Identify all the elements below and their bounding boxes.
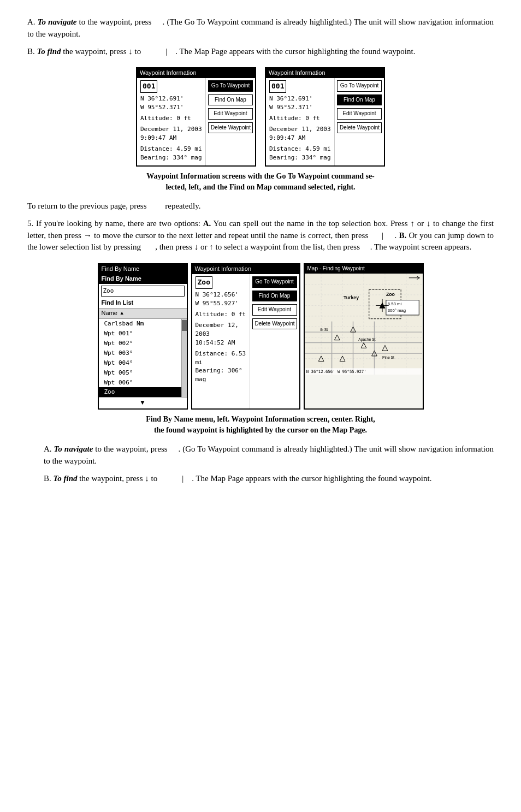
edit-btn-center[interactable]: Edit Waypoint xyxy=(252,304,297,316)
wp-title-right: Waypoint Information xyxy=(266,68,384,78)
fbn-input[interactable]: Zoo xyxy=(101,286,185,297)
caption1: Waypoint Information screens with the Go… xyxy=(97,171,424,193)
svg-text:306° mag: 306° mag xyxy=(387,308,405,313)
para-b2-rest: the waypoint, press ↓ to | . The Map Pag… xyxy=(78,474,432,483)
sort-arrow-icon: ▲ xyxy=(120,310,125,317)
svg-text:Turkey: Turkey xyxy=(344,294,359,300)
paragraph-b1: B. To find the waypoint, press ↓ to | . … xyxy=(27,46,494,58)
wp-id-right: 001 xyxy=(269,80,286,93)
wp-coords-left: N 36°12.691' W 95°52.371' xyxy=(140,94,202,112)
svg-text:6.53 mi: 6.53 mi xyxy=(387,301,401,306)
goto-btn-left[interactable]: Go To Waypoint xyxy=(208,80,253,92)
list-item-wpt006[interactable]: Wpt 006° xyxy=(99,378,187,388)
wp-left-panel-right: 001 N 36°12.691' W 95°52.371' Altitude: … xyxy=(266,78,335,165)
svg-text:Apache St: Apache St xyxy=(358,337,375,341)
wp-dist-center: Distance: 6.53 mi Bearing: 306° mag xyxy=(196,349,246,384)
fbn-section-label: Find In List xyxy=(99,298,187,308)
fbn-panel: Find By Name Find By Name Zoo Find In Li… xyxy=(98,263,188,410)
wp-date-left: December 11, 2003 9:09:47 AM xyxy=(140,125,202,143)
wp-right-panel-left: Go To Waypoint Find On Map Edit Waypoint… xyxy=(206,78,255,165)
findonmap-btn-right[interactable]: Find On Map xyxy=(337,94,382,106)
list-item-wpt004[interactable]: Wpt 004° xyxy=(99,358,187,368)
caption1-line1: Waypoint Information screens with the Go… xyxy=(97,171,424,182)
goto-btn-center[interactable]: Go To Waypoint xyxy=(252,276,297,288)
wp-date-right: December 11, 2003 9:09:47 AM xyxy=(269,125,331,143)
findonmap-btn-center[interactable]: Find On Map xyxy=(252,291,297,302)
findonmap-btn-left[interactable]: Find On Map xyxy=(208,94,253,106)
svg-text:N 36°12.656'  W 95°55.927': N 36°12.656' W 95°55.927' xyxy=(306,369,366,374)
find-label: To find xyxy=(37,47,61,56)
para-a2-rest: to the waypoint, press . (Go To Waypoint… xyxy=(44,444,494,465)
para-b-label: B. xyxy=(27,47,37,56)
wp-date-center: December 12, 2003 10:54:52 AM xyxy=(196,321,246,347)
paragraph-a1: A. To navigate to the waypoint, press . … xyxy=(27,16,494,40)
caption2-line2: the found waypoint is highlighted by the… xyxy=(97,425,424,436)
wp-dist-left: Distance: 4.59 mi Bearing: 334° mag xyxy=(140,145,202,162)
map-content: Turkey Zoo 6.53 mi 306° mag Apache St Pi… xyxy=(305,274,423,375)
wp-screen-left: Waypoint Information 001 N 36°12.691' W … xyxy=(136,67,256,166)
paragraph-5: 5. If you're looking by name, there are … xyxy=(27,218,494,253)
paragraph-a2: A. To navigate to the waypoint, press . … xyxy=(27,443,494,467)
wp-coords-center: N 36°12.656' W 95°55.927' xyxy=(196,291,246,308)
wp-dist-right: Distance: 4.59 mi Bearing: 334° mag xyxy=(269,145,331,162)
svg-text:th St: th St xyxy=(320,328,328,331)
wp-screen-right: Waypoint Information 001 N 36°12.691' W … xyxy=(265,67,385,166)
fbn-list-header-label: Name xyxy=(102,309,117,318)
wp-screen-center: Waypoint Information Zoo N 36°12.656' W … xyxy=(191,263,300,410)
map-panel: Map - Finding Waypoint xyxy=(304,263,424,410)
map-svg: Turkey Zoo 6.53 mi 306° mag Apache St Pi… xyxy=(305,274,423,375)
caption1-line2: lected, left, and the Find on Map comman… xyxy=(97,182,424,193)
fbn-scrollbar-thumb xyxy=(182,320,187,331)
para-b2-label: B. xyxy=(44,474,54,483)
fbn-scroll-area: Carlsbad Nm Wpt 001° Wpt 002° Wpt 003° W… xyxy=(99,319,187,398)
wp-right-center: Go To Waypoint Find On Map Edit Waypoint… xyxy=(250,274,299,408)
para-a2-label: A. xyxy=(44,444,54,453)
svg-text:Pine St: Pine St xyxy=(382,355,394,359)
wp-id-center: Zoo xyxy=(196,276,212,289)
delete-btn-left[interactable]: Delete Waypoint xyxy=(208,122,253,134)
list-item-carlsbad[interactable]: Carlsbad Nm xyxy=(99,319,187,329)
delete-btn-right[interactable]: Delete Waypoint xyxy=(337,122,382,134)
wp-coords-right: N 36°12.691' W 95°52.371' xyxy=(269,94,331,112)
return-paragraph: To return to the previous page, press re… xyxy=(27,200,494,212)
map-title: Map - Finding Waypoint xyxy=(305,264,423,274)
para-a-label: A. xyxy=(27,17,38,26)
wp-title-left: Waypoint Information xyxy=(137,68,255,78)
fbn-title: Find By Name xyxy=(99,264,187,274)
wp-altitude-left: Altitude: 0 ft xyxy=(140,114,202,123)
wp-right-panel-right: Go To Waypoint Find On Map Edit Waypoint… xyxy=(335,78,384,165)
list-item-wpt003[interactable]: Wpt 003° xyxy=(99,348,187,358)
fbn-active-row[interactable]: Find By Name xyxy=(99,274,187,284)
caption2-line1: Find By Name menu, left. Waypoint Inform… xyxy=(97,414,424,425)
fbn-list: Carlsbad Nm Wpt 001° Wpt 002° Wpt 003° W… xyxy=(99,319,187,398)
wp-altitude-right: Altitude: 0 ft xyxy=(269,114,331,123)
wp-left-panel: 001 N 36°12.691' W 95°52.371' Altitude: … xyxy=(137,78,206,165)
fbn-scrollbar[interactable] xyxy=(181,319,187,398)
paragraph-b2: B. To find the waypoint, press ↓ to | . … xyxy=(27,473,494,485)
edit-btn-left[interactable]: Edit Waypoint xyxy=(208,108,253,120)
para-a-rest: to the waypoint, press . (The Go To Wayp… xyxy=(27,17,494,38)
navigate2-label: To navigate xyxy=(54,444,93,453)
list-item-wpt001[interactable]: Wpt 001° xyxy=(99,329,187,339)
list-item-wpt005[interactable]: Wpt 005° xyxy=(99,368,187,378)
svg-text:Zoo: Zoo xyxy=(386,292,394,297)
three-col-row: Find By Name Find By Name Zoo Find In Li… xyxy=(27,263,494,410)
find2-label: To find xyxy=(54,474,78,483)
fbn-bottom-scroll: ▼ xyxy=(99,397,187,408)
list-item-zoo[interactable]: Zoo xyxy=(99,387,187,397)
caption2: Find By Name menu, left. Waypoint Inform… xyxy=(97,414,424,436)
para-b-rest: the waypoint, press ↓ to | . The Map Pag… xyxy=(61,47,416,56)
wp-title-center: Waypoint Information xyxy=(192,264,299,274)
goto-btn-right[interactable]: Go To Waypoint xyxy=(337,80,382,92)
navigate-label: To navigate xyxy=(38,17,77,26)
edit-btn-right[interactable]: Edit Waypoint xyxy=(337,108,382,120)
wp-screens-row: Waypoint Information 001 N 36°12.691' W … xyxy=(27,67,494,166)
wp-altitude-center: Altitude: 0 ft xyxy=(196,310,246,319)
delete-btn-center[interactable]: Delete Waypoint xyxy=(252,318,297,330)
fbn-list-header: Name ▲ xyxy=(99,308,187,319)
wp-id-left: 001 xyxy=(140,80,157,93)
wp-left-center: Zoo N 36°12.656' W 95°55.927' Altitude: … xyxy=(192,274,250,408)
list-item-wpt002[interactable]: Wpt 002° xyxy=(99,339,187,348)
